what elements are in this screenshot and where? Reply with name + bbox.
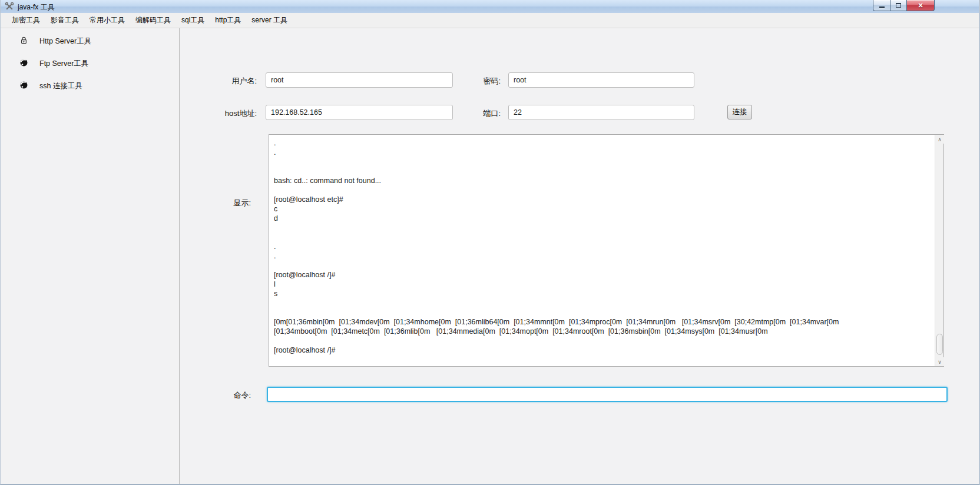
vertical-scrollbar[interactable]: ∧ ∨: [935, 135, 943, 366]
sidebar-item-label: Http Server工具: [39, 36, 91, 46]
menu-item-http-tools[interactable]: http工具: [210, 13, 246, 28]
chevron-down-icon: ∨: [938, 359, 942, 365]
minimize-icon: [879, 6, 885, 8]
maximize-button[interactable]: [890, 0, 907, 11]
menu-item-server-tools[interactable]: server 工具: [246, 13, 293, 28]
sidebar-item-label: Ftp Server工具: [39, 59, 88, 69]
close-icon: ×: [918, 1, 923, 11]
password-label: 密码:: [448, 76, 501, 87]
menu-item-media-tools[interactable]: 影音工具: [45, 13, 84, 28]
terminal-output-area[interactable]: . . bash: cd..: command not found... [ro…: [269, 134, 944, 367]
menu-item-encrypt-tools[interactable]: 加密工具: [6, 13, 45, 28]
app-tools-icon: [5, 2, 14, 11]
username-label: 用户名:: [195, 76, 257, 87]
username-input[interactable]: [266, 72, 453, 88]
minimize-button[interactable]: [873, 0, 890, 11]
sidebar-item-http-server[interactable]: Http Server工具: [1, 34, 171, 48]
host-input[interactable]: [266, 105, 453, 120]
sidebar-item-ssh-connect[interactable]: ssh 连接工具: [1, 79, 171, 93]
window-title: java-fx 工具: [18, 2, 55, 12]
display-label: 显示:: [195, 198, 251, 208]
sphere-icon: [19, 81, 28, 89]
chevron-up-icon: ∧: [938, 137, 942, 142]
scroll-up-button[interactable]: ∧: [935, 135, 944, 144]
titlebar: java-fx 工具 ×: [1, 0, 979, 13]
menu-item-common-tools[interactable]: 常用小工具: [84, 13, 130, 28]
password-input[interactable]: [508, 72, 694, 88]
scrollbar-thumb[interactable]: [936, 334, 943, 355]
maximize-icon: [896, 3, 901, 8]
lock-icon: [19, 36, 28, 45]
command-label: 命令:: [195, 390, 251, 401]
app-window: java-fx 工具 × 加密工具 影音工具 常用小工具 编解码工具 sql工具…: [0, 0, 980, 485]
sidebar-item-ftp-server[interactable]: Ftp Server工具: [1, 57, 171, 71]
menu-item-codec-tools[interactable]: 编解码工具: [130, 13, 176, 28]
port-label: 端口:: [448, 108, 501, 119]
menu-bar: 加密工具 影音工具 常用小工具 编解码工具 sql工具 http工具 serve…: [1, 13, 979, 28]
port-input[interactable]: [508, 105, 694, 120]
sphere-icon: [19, 58, 28, 67]
terminal-output-text: . . bash: cd..: command not found... [ro…: [274, 138, 932, 364]
host-label: host地址:: [195, 108, 257, 119]
scroll-down-button[interactable]: ∨: [935, 357, 944, 366]
sidebar-divider-highlight: [180, 28, 180, 484]
menu-item-sql-tools[interactable]: sql工具: [176, 13, 210, 28]
connect-button[interactable]: 连接: [727, 105, 752, 119]
command-input[interactable]: [267, 387, 948, 402]
sidebar-item-label: ssh 连接工具: [39, 81, 82, 91]
close-button[interactable]: ×: [907, 0, 935, 11]
window-controls: ×: [873, 0, 935, 11]
